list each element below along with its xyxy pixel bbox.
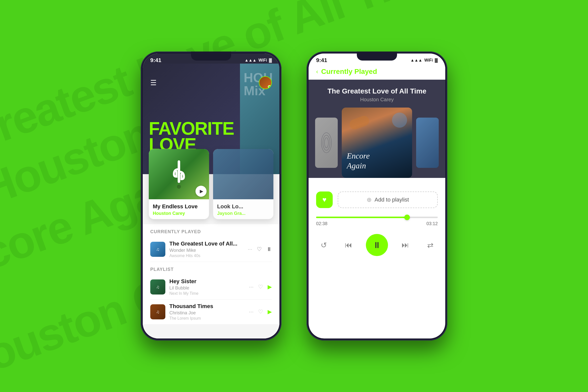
playlist-track2-thumb: ♫	[150, 304, 165, 319]
playlist-track-1[interactable]: ♫ Hey Sister Lil Bubble Next In My Time …	[143, 275, 279, 299]
phones-container: 9:41 ▲▲▲ WiFi ▓ FAVORITE LOVE SONG	[0, 0, 588, 392]
battery-icon: ▓	[269, 58, 272, 63]
progress-thumb[interactable]	[404, 215, 410, 220]
time-row: 02:38 03:12	[316, 221, 438, 226]
heart-button[interactable]: ♥	[316, 191, 333, 208]
currently-played-section: CURRENTLY PLAYED ♫ The Greatest Love of …	[143, 224, 279, 324]
phone2-content: 9:41 ▲▲▲ WiFi ▓ ‹ Currently Played	[309, 54, 445, 338]
phone1-time: 9:41	[150, 57, 161, 64]
play-icon-3[interactable]: ▶	[268, 309, 272, 315]
phone1-inner: 9:41 ▲▲▲ WiFi ▓ FAVORITE LOVE SONG	[143, 54, 279, 338]
playlist-track1-info: Hey Sister Lil Bubble Next In My Time	[169, 278, 245, 296]
playlist-track-2[interactable]: ♫ Thousand Times Christina Joe The Lorem…	[143, 300, 279, 324]
wifi-icon-2: WiFi	[424, 58, 433, 63]
currently-played-track[interactable]: ♫ The Greatest Love of All... Wonder Mik…	[143, 237, 279, 262]
phone2-time: 9:41	[316, 57, 327, 64]
wifi-icon: WiFi	[259, 58, 267, 63]
song-artist: Houston Carey	[316, 97, 438, 103]
play-icon-2[interactable]: ▶	[268, 284, 272, 290]
phone-2: 9:41 ▲▲▲ WiFi ▓ ‹ Currently Played	[307, 52, 447, 340]
playlist-label: PLAYLIST	[143, 262, 279, 275]
phone2-status-icons: ▲▲▲ WiFi ▓	[410, 58, 438, 63]
album-section: The Greatest Love of All Time Houston Ca…	[309, 80, 445, 178]
album-right	[416, 118, 439, 168]
currently-played-title: Currently Played	[321, 68, 377, 76]
more-options-icon-3[interactable]: ···	[249, 309, 254, 315]
heart-outline-icon-2[interactable]: ♡	[258, 309, 263, 315]
current-track-name: The Greatest Love of All...	[169, 240, 244, 247]
card1-album-art: ▶	[149, 149, 209, 199]
skip-back-icon: ⏮	[345, 241, 352, 249]
plus-circle-icon: ⊕	[367, 196, 372, 203]
phone1-navbar: ☰	[143, 76, 279, 89]
playlist-track2-controls: ··· ♡ ▶	[249, 309, 272, 315]
heart-outline-icon[interactable]: ♡	[258, 284, 263, 290]
card-my-endless-love[interactable]: ▶ My Endless Love Houston Carey	[149, 149, 209, 219]
skip-fwd-button[interactable]: ⏭	[398, 237, 413, 253]
shuffle-button[interactable]: ⇄	[423, 237, 438, 253]
album-carousel: Encore Again	[309, 108, 445, 178]
album-left	[315, 118, 338, 168]
play-icon: ▶	[200, 188, 203, 194]
phone2-notch	[357, 52, 397, 61]
svg-point-2	[323, 135, 330, 150]
card2-artist: Jayson Gra...	[217, 211, 269, 216]
playback-controls: ↺ ⏮ ⏸ ⏭ ⇄	[309, 229, 445, 264]
playlist-track1-controls: ··· ♡ ▶	[249, 284, 272, 290]
card1-play-button[interactable]: ▶	[195, 186, 207, 197]
phone-1: 9:41 ▲▲▲ WiFi ▓ FAVORITE LOVE SONG	[141, 52, 281, 340]
playlist-track1-name: Hey Sister	[169, 278, 245, 285]
playlist-track2-album: The Lorem Ipsum	[169, 316, 245, 321]
album-main[interactable]: Encore Again	[342, 108, 412, 178]
avatar-online-dot	[268, 85, 271, 88]
action-buttons: ♥ ⊕ Add to playlist	[309, 185, 445, 214]
skip-back-button[interactable]: ⏮	[341, 237, 356, 253]
pause-main-icon: ⏸	[373, 240, 381, 250]
pause-icon[interactable]: ⏸	[266, 246, 272, 253]
more-options-icon-2[interactable]: ···	[249, 284, 254, 290]
current-track-controls: ··· ♡ ⏸	[248, 246, 272, 253]
heart-icon-2: ♥	[322, 196, 327, 204]
svg-point-0	[177, 185, 181, 189]
phone1-content: 9:41 ▲▲▲ WiFi ▓ FAVORITE LOVE SONG	[143, 54, 279, 338]
repeat-button[interactable]: ↺	[316, 237, 331, 253]
signal-icon-2: ▲▲▲	[410, 58, 422, 63]
card1-title: My Endless Love	[153, 203, 205, 210]
play-pause-main-button[interactable]: ⏸	[366, 234, 388, 256]
fingerprint-icon	[319, 130, 334, 155]
add-to-playlist-button[interactable]: ⊕ Add to playlist	[338, 191, 438, 208]
card2-title: Look Lo...	[217, 203, 269, 210]
currently-played-label: CURRENTLY PLAYED	[143, 224, 279, 237]
current-time: 02:38	[316, 221, 327, 226]
repeat-icon: ↺	[321, 241, 327, 250]
card1-artist: Houston Carey	[153, 211, 205, 216]
phone2-header: ‹ Currently Played	[309, 64, 445, 80]
card-look-lo[interactable]: Look Lo... Jayson Gra...	[213, 149, 273, 219]
progress-section: 02:38 03:12	[309, 214, 445, 229]
back-button[interactable]: ‹	[316, 68, 318, 75]
add-playlist-label: Add to playlist	[375, 197, 409, 203]
battery-icon-2: ▓	[435, 58, 438, 63]
more-options-icon[interactable]: ···	[248, 246, 252, 253]
progress-fill	[316, 217, 407, 218]
playlist-track1-thumb: ♫	[150, 279, 165, 295]
playlist-track1-album: Next In My Time	[169, 291, 245, 296]
current-track-album: Awsome Hits 40s	[169, 254, 244, 258]
current-track-artist: Wonder Mike	[169, 248, 244, 253]
song-title-area: The Greatest Love of All Time Houston Ca…	[309, 85, 445, 108]
hamburger-icon[interactable]: ☰	[150, 79, 157, 87]
cactus-icon	[169, 159, 189, 189]
phone2-inner: 9:41 ▲▲▲ WiFi ▓ ‹ Currently Played	[309, 54, 445, 338]
shuffle-icon: ⇄	[427, 241, 433, 250]
playlist-track2-name: Thousand Times	[169, 303, 245, 310]
avatar[interactable]	[259, 76, 272, 89]
signal-icon: ▲▲▲	[244, 58, 257, 63]
song-title: The Greatest Love of All Time	[316, 87, 438, 95]
progress-track[interactable]	[316, 217, 438, 218]
heart-icon[interactable]: ♡	[257, 246, 262, 253]
cards-row: ▶ My Endless Love Houston Carey	[143, 149, 279, 219]
phone1-status-icons: ▲▲▲ WiFi ▓	[244, 58, 272, 63]
card1-info: My Endless Love Houston Carey	[149, 199, 209, 219]
playlist-track1-artist: Lil Bubble	[169, 285, 245, 291]
svg-point-3	[324, 138, 328, 148]
